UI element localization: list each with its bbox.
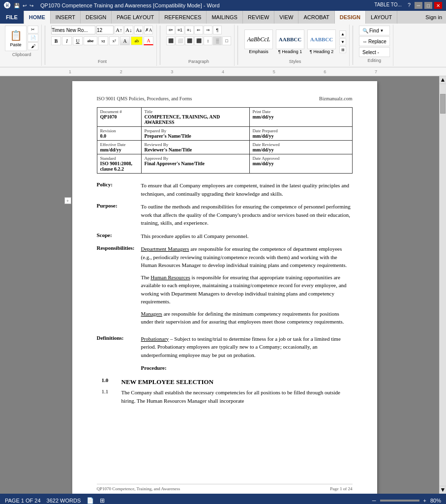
tab-acrobat[interactable]: ACROBAT: [298, 11, 334, 24]
maximize-button[interactable]: □: [424, 2, 432, 9]
approved-by-value: Final Approver's Name/Title: [145, 161, 246, 166]
cut-button[interactable]: ✂: [28, 26, 38, 33]
table-cell[interactable]: Date Prepared mm/dd/yy: [249, 127, 352, 141]
superscript-button[interactable]: x²: [109, 36, 119, 45]
italic-button[interactable]: I: [62, 36, 72, 45]
status-bar: PAGE 1 OF 24 3622 WORDS 📄 ⊞ ─ + 80%: [0, 494, 446, 504]
paste-button[interactable]: 📋 Paste: [5, 26, 27, 51]
section-1-1-num: 1.1: [102, 388, 121, 405]
minimize-button[interactable]: ─: [415, 2, 422, 9]
tab-page-layout[interactable]: PAGE LAYOUT: [112, 11, 159, 24]
tab-table-layout[interactable]: LAYOUT: [366, 11, 397, 24]
quick-access-save[interactable]: 💾: [14, 3, 20, 8]
line-spacing-button[interactable]: ↕: [204, 36, 212, 45]
managers-link[interactable]: Managers: [141, 311, 162, 317]
layout-icon[interactable]: 📄: [87, 497, 94, 504]
layout-view-icon[interactable]: ⊞: [100, 497, 105, 504]
table-cell[interactable]: Document # QP1070: [97, 108, 141, 127]
multilevel-button[interactable]: ≡↓: [185, 26, 194, 34]
table-cell[interactable]: Prepared By Preparer's Name/Title: [141, 127, 249, 141]
change-case-button[interactable]: Aa: [134, 26, 143, 34]
table-cell[interactable]: Date Reviewed mm/dd/yy: [249, 141, 352, 154]
scroll-up-button[interactable]: ▲: [440, 76, 446, 84]
scope-label: Scope:: [97, 232, 141, 240]
styles-down-arrow[interactable]: ▼: [339, 38, 346, 45]
styles-up-arrow[interactable]: ▲: [339, 30, 346, 37]
shrink-font-button[interactable]: A↓: [124, 26, 133, 34]
date-reviewed-value: mm/dd/yy: [253, 147, 349, 152]
bold-button[interactable]: B: [51, 36, 61, 45]
dept-managers-link[interactable]: Department Managers: [141, 246, 189, 252]
vertical-scrollbar[interactable]: ▲ ▼: [439, 76, 446, 494]
format-painter-button[interactable]: 🖌: [28, 42, 38, 50]
section-1-0: 1.0 NEW EMPLOYEE SELECTION: [102, 377, 353, 387]
border-button[interactable]: □: [222, 36, 231, 45]
align-right-button[interactable]: ⬛: [185, 36, 194, 45]
font-size-input[interactable]: [96, 26, 114, 34]
ruler: 1 2 3 4 5 6 7: [0, 67, 446, 76]
tab-mailings[interactable]: MAILINGS: [207, 11, 243, 24]
definitions-section: Definitions: Probationary – Subject to t…: [97, 335, 353, 359]
subscript-button[interactable]: x₂: [98, 36, 108, 45]
tab-design[interactable]: DESIGN: [81, 11, 112, 24]
table-cell[interactable]: Reviewed By Reviewer's Name/Title: [141, 141, 249, 154]
date-approved-value: mm/dd/yy: [253, 161, 349, 166]
justify-button[interactable]: ⬛: [194, 36, 203, 45]
hr-link[interactable]: Human Resources: [150, 274, 190, 280]
scroll-thumb[interactable]: [440, 94, 446, 114]
add-row-button[interactable]: +: [64, 197, 71, 204]
grow-font-button[interactable]: A↑: [115, 26, 123, 34]
text-effect-button[interactable]: A: [120, 36, 130, 45]
document-area: + ISO 9001 QMS Policies, Procedures, and…: [0, 76, 446, 494]
table-cell[interactable]: Revision 0.0: [97, 127, 141, 141]
tab-view[interactable]: VIEW: [274, 11, 298, 24]
styles-more-button[interactable]: ⊞: [339, 46, 346, 53]
quick-access-redo[interactable]: ↪: [30, 3, 33, 8]
shading-button[interactable]: ░: [213, 36, 222, 45]
reviewed-by-label: Reviewed By: [145, 142, 246, 147]
zoom-out-button[interactable]: ─: [372, 498, 376, 504]
table-cell[interactable]: Print Date mm/dd/yy: [249, 108, 352, 127]
tab-references[interactable]: REFERENCES: [159, 11, 207, 24]
table-cell[interactable]: Standard ISO 9001:2008, clause 6.2.2: [97, 154, 141, 174]
section-1-1: 1.1 The Company shall establish the nece…: [102, 388, 353, 405]
table-cell[interactable]: Effective Date mm/dd/yy: [97, 141, 141, 154]
style-heading1-preview[interactable]: AABBCC: [276, 30, 304, 49]
tab-table-design[interactable]: DESIGN: [335, 11, 366, 24]
underline-button[interactable]: U: [73, 36, 83, 45]
show-marks-button[interactable]: ¶: [213, 26, 222, 34]
find-button[interactable]: 🔍 Find ▼: [359, 26, 390, 35]
close-button[interactable]: ✕: [434, 2, 442, 9]
tab-file[interactable]: FILE: [0, 11, 24, 24]
tab-home[interactable]: HOME: [24, 11, 51, 24]
table-cell[interactable]: Approved By Final Approver's Name/Title: [141, 154, 249, 174]
help-button[interactable]: ?: [408, 2, 411, 9]
increase-indent-button[interactable]: ⇒: [204, 26, 212, 34]
font-color-button[interactable]: A: [144, 36, 153, 45]
replace-button[interactable]: ↔ Replace: [359, 36, 390, 46]
clear-formatting-button[interactable]: ✗A: [144, 26, 153, 34]
sign-in[interactable]: Sign in: [421, 11, 446, 24]
select-button[interactable]: Select -: [359, 47, 390, 57]
bullets-button[interactable]: ≡•: [166, 26, 175, 34]
highlight-button[interactable]: ab: [131, 36, 143, 45]
ruler-mark: 2: [120, 69, 122, 74]
scroll-down-button[interactable]: ▼: [440, 486, 446, 494]
style-heading2-preview[interactable]: AABBCC: [307, 30, 336, 49]
strikethrough-button[interactable]: abc: [84, 36, 97, 45]
table-cell[interactable]: Date Approved mm/dd/yy: [249, 154, 352, 174]
tab-review[interactable]: REVIEW: [243, 11, 274, 24]
zoom-slider[interactable]: [380, 500, 419, 502]
decrease-indent-button[interactable]: ⇐: [194, 26, 203, 34]
zoom-percentage: 80%: [430, 498, 441, 504]
table-cell[interactable]: Title COMPETENCE, TRAINING, AND AWARENES…: [141, 108, 249, 127]
font-name-input[interactable]: [51, 26, 95, 34]
style-emphasis-preview[interactable]: AaBbCcL: [244, 30, 273, 49]
align-left-button[interactable]: ⬛: [166, 36, 175, 45]
quick-access-undo[interactable]: ↩: [23, 3, 27, 8]
align-center-button[interactable]: ⬜: [176, 36, 184, 45]
copy-button[interactable]: 📄: [28, 34, 38, 42]
zoom-in-button[interactable]: +: [423, 498, 426, 504]
tab-insert[interactable]: INSERT: [51, 11, 81, 24]
numbering-button[interactable]: ≡1: [176, 26, 184, 34]
